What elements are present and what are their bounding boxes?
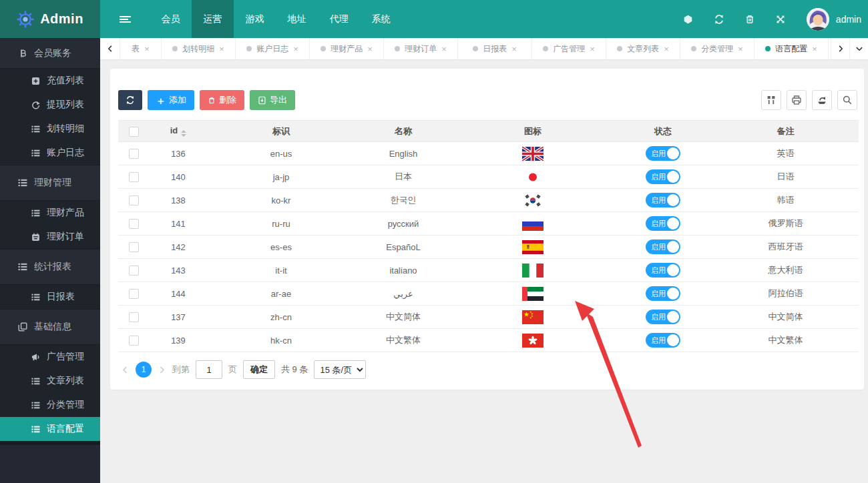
current-page[interactable]: 1 — [136, 362, 152, 378]
username[interactable]: admin — [836, 14, 864, 25]
export-data-button[interactable] — [812, 90, 832, 110]
goto-page-input[interactable] — [196, 360, 222, 379]
nav-item-system[interactable]: 系统 — [360, 0, 402, 38]
tab-scroll-right[interactable] — [831, 38, 849, 59]
row-checkbox[interactable] — [129, 172, 139, 182]
table-row: 140 ja-jp 日本 启用 日语 — [118, 165, 859, 189]
print-button[interactable] — [787, 90, 807, 110]
tab-close-icon[interactable]: × — [738, 45, 743, 53]
nav-item-address[interactable]: 地址 — [276, 0, 318, 38]
sidebar-item-finance-products[interactable]: 理财产品 — [0, 201, 100, 225]
delete-button[interactable]: 删除 — [200, 90, 244, 110]
chevron-right-icon — [158, 366, 166, 374]
toggle-columns-button[interactable] — [761, 90, 781, 110]
sidebar-item-language-config[interactable]: 语言配置 — [0, 417, 100, 441]
row-checkbox[interactable] — [129, 312, 139, 322]
cell-note: 意大利语 — [712, 259, 859, 282]
row-checkbox[interactable] — [129, 219, 139, 229]
status-toggle[interactable]: 启用 — [646, 286, 680, 301]
status-toggle[interactable]: 启用 — [646, 310, 680, 324]
status-toggle[interactable]: 启用 — [646, 239, 680, 254]
export-button[interactable]: 导出 — [250, 90, 295, 110]
status-toggle[interactable]: 启用 — [646, 216, 680, 231]
sort-control[interactable] — [181, 130, 186, 137]
cell-name: русский — [355, 212, 452, 235]
list-icon — [31, 401, 40, 410]
sidebar-section-member-accounts[interactable]: 会员账务 — [0, 38, 100, 69]
tab-close-icon[interactable]: × — [441, 45, 447, 53]
sidebar-item-transfer-detail[interactable]: 划转明细 — [0, 117, 100, 141]
tab-transfer-detail[interactable]: 划转明细 × — [162, 38, 236, 59]
next-page-button[interactable] — [158, 366, 166, 374]
sidebar-item-withdraw-list[interactable]: 提现列表 — [0, 93, 100, 117]
tab-category-mgmt[interactable]: 分类管理 × — [680, 38, 754, 59]
tab-finance-orders[interactable]: 理财订单 × — [384, 38, 458, 59]
tab-close-icon[interactable]: × — [590, 45, 595, 53]
status-toggle[interactable]: 启用 — [646, 169, 680, 184]
page-unit-label: 页 — [228, 364, 237, 376]
row-checkbox[interactable] — [129, 149, 139, 159]
confirm-button[interactable]: 确定 — [243, 360, 275, 379]
row-checkbox[interactable] — [129, 289, 139, 299]
row-checkbox[interactable] — [129, 266, 139, 276]
clear-cache-icon[interactable] — [734, 0, 765, 38]
row-checkbox[interactable] — [129, 336, 139, 346]
tab-account-log[interactable]: 账户日志 × — [236, 38, 310, 59]
nav-item-games[interactable]: 游戏 — [234, 0, 276, 38]
tab-close-icon[interactable]: × — [293, 45, 298, 53]
cell-code: ko-kr — [208, 189, 355, 212]
page-size-select[interactable]: 15 条/页 — [314, 360, 366, 379]
tab-bar: 表 × 划转明细 × 账户日志 × 理财产品 × 理财订单 × 日报表 × 广告… — [100, 38, 868, 60]
status-toggle[interactable]: 启用 — [646, 193, 680, 207]
row-checkbox[interactable] — [129, 242, 139, 252]
sidebar-item-finance-orders[interactable]: 理财订单 — [0, 225, 100, 249]
user-avatar[interactable] — [807, 8, 829, 31]
sidebar-section-basic-info[interactable]: 基础信息 — [0, 309, 100, 345]
sidebar-item-ad-mgmt[interactable]: 广告管理 — [0, 345, 100, 369]
hamburger-icon[interactable] — [100, 0, 150, 38]
nav-item-operations[interactable]: 运营 — [192, 0, 234, 38]
tab-menu-dropdown[interactable] — [849, 38, 868, 59]
tab-close-icon[interactable]: × — [812, 45, 817, 53]
refresh-icon[interactable] — [704, 0, 734, 38]
sidebar-item-recharge-list[interactable]: 充值列表 — [0, 69, 100, 93]
prev-page-button[interactable] — [121, 366, 130, 374]
gear-icon — [17, 11, 34, 28]
tab-list-partial[interactable]: 表 × — [120, 38, 162, 59]
search-button[interactable] — [837, 90, 857, 110]
flag-russia-icon — [522, 217, 544, 231]
tab-close-icon[interactable]: × — [511, 45, 517, 53]
cell-name: English — [355, 142, 452, 165]
refresh-button[interactable] — [118, 90, 142, 110]
tab-status-dot — [765, 46, 771, 51]
sidebar-item-article-list[interactable]: 文章列表 — [0, 369, 100, 393]
row-checkbox[interactable] — [129, 195, 139, 205]
nav-item-members[interactable]: 会员 — [150, 0, 192, 38]
tab-close-icon[interactable]: × — [664, 45, 669, 53]
tab-daily-report[interactable]: 日报表 × — [458, 38, 532, 59]
sidebar-section-finance-mgmt[interactable]: 理财管理 — [0, 165, 100, 201]
status-toggle[interactable]: 启用 — [646, 333, 680, 348]
table-row: 138 ko-kr 한국인 启用 韩语 — [118, 189, 859, 212]
select-all-checkbox[interactable] — [129, 127, 139, 137]
theme-icon[interactable] — [673, 0, 704, 38]
fullscreen-icon[interactable] — [765, 0, 796, 38]
sidebar-item-daily-report[interactable]: 日报表 — [0, 285, 100, 309]
tab-scroll-left[interactable] — [100, 38, 120, 59]
tab-article-list[interactable]: 文章列表 × — [606, 38, 680, 59]
sidebar-item-category-mgmt[interactable]: 分类管理 — [0, 393, 100, 417]
tab-language-config[interactable]: 语言配置 × — [754, 38, 829, 59]
tab-close-icon[interactable]: × — [144, 45, 150, 53]
sidebar-item-account-log[interactable]: 账户日志 — [0, 141, 100, 165]
cell-id: 138 — [149, 189, 208, 212]
sidebar-section-stat-reports[interactable]: 统计报表 — [0, 249, 100, 285]
tab-finance-products[interactable]: 理财产品 × — [310, 38, 384, 59]
tab-close-icon[interactable]: × — [367, 45, 373, 53]
add-button[interactable]: ＋添加 — [148, 90, 194, 110]
tab-close-icon[interactable]: × — [219, 45, 224, 53]
cell-code: ru-ru — [208, 212, 355, 235]
tab-ad-mgmt[interactable]: 广告管理 × — [532, 38, 606, 59]
nav-item-agents[interactable]: 代理 — [318, 0, 360, 38]
status-toggle[interactable]: 启用 — [646, 146, 680, 161]
status-toggle[interactable]: 启用 — [646, 263, 680, 278]
